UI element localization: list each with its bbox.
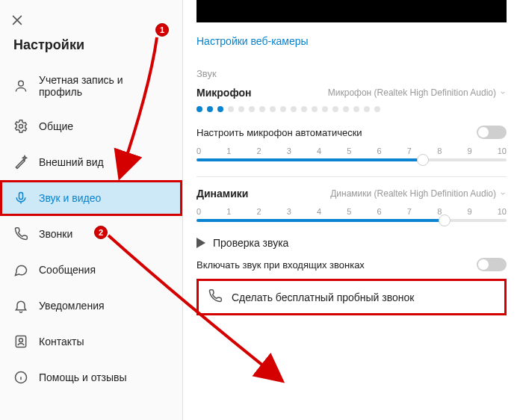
microphone-auto-toggle[interactable] (477, 126, 507, 139)
annotation-marker-2: 2 (94, 226, 108, 239)
close-icon[interactable] (6, 9, 28, 31)
webcam-settings-link[interactable]: Настройки веб-камеры (196, 35, 309, 47)
person-icon (13, 78, 28, 93)
speakers-slider[interactable]: 012345678910 (196, 207, 507, 222)
sidebar-item-audio-video[interactable]: Звук и видео (0, 180, 182, 216)
sidebar-item-label: Звонки (39, 228, 72, 240)
test-call-label: Сделать бесплатный пробный звонок (232, 291, 414, 303)
microphone-level-meter (196, 106, 507, 112)
sidebar-item-label: Общие (39, 120, 73, 132)
speakers-title: Динамики (196, 188, 248, 200)
settings-sidebar: Настройки Учетная запись и профиль Общие… (0, 0, 183, 420)
settings-main: Настройки веб-камеры Звук Микрофон Микро… (183, 0, 520, 420)
sidebar-item-help[interactable]: Помощь и отзывы (0, 359, 182, 395)
sidebar-item-label: Учетная запись и профиль (39, 74, 169, 98)
info-icon (13, 370, 28, 385)
speakers-device-select[interactable]: Динамики (Realtek High Definition Audio) (330, 188, 507, 199)
play-icon (196, 238, 205, 248)
test-sound-button[interactable]: Проверка звука (196, 237, 507, 249)
sidebar-item-calling[interactable]: Звонки (0, 216, 182, 252)
microphone-slider[interactable]: 012345678910 (196, 146, 507, 161)
microphone-device-select[interactable]: Микрофон (Realtek High Definition Audio) (328, 87, 507, 98)
contacts-icon (13, 334, 28, 349)
sidebar-item-notifications[interactable]: Уведомления (0, 288, 182, 324)
phone-icon (13, 226, 28, 241)
svg-rect-2 (19, 193, 23, 200)
chevron-down-icon (499, 190, 507, 197)
sidebar-item-label: Сообщения (39, 264, 96, 276)
test-sound-label: Проверка звука (213, 237, 288, 249)
sidebar-item-account[interactable]: Учетная запись и профиль (0, 64, 182, 108)
microphone-title: Микрофон (196, 87, 251, 99)
svg-point-0 (19, 81, 24, 86)
svg-rect-3 (16, 336, 25, 348)
sidebar-item-label: Помощь и отзывы (39, 371, 127, 383)
webcam-preview (196, 0, 507, 22)
phone-icon (208, 288, 223, 306)
sound-section-label: Звук (196, 68, 507, 79)
chat-icon (13, 262, 28, 277)
gear-icon (13, 119, 28, 134)
microphone-auto-label: Настроить микрофон автоматически (196, 127, 362, 138)
settings-title: Настройки (0, 31, 182, 64)
microphone-device-label: Микрофон (Realtek High Definition Audio) (328, 87, 496, 98)
sidebar-item-messaging[interactable]: Сообщения (0, 252, 182, 288)
bell-icon (13, 298, 28, 313)
divider (196, 176, 507, 177)
ring-on-call-toggle[interactable] (477, 258, 507, 271)
sidebar-item-label: Звук и видео (39, 192, 101, 204)
speakers-device-label: Динамики (Realtek High Definition Audio) (330, 188, 496, 199)
sidebar-item-contacts[interactable]: Контакты (0, 324, 182, 359)
annotation-marker-1: 1 (155, 23, 169, 37)
sidebar-item-label: Уведомления (39, 300, 105, 312)
svg-point-1 (19, 125, 23, 129)
settings-nav: Учетная запись и профиль Общие Внешний в… (0, 64, 182, 395)
sidebar-item-appearance[interactable]: Внешний вид (0, 144, 182, 180)
sidebar-item-label: Внешний вид (39, 156, 104, 168)
sidebar-item-general[interactable]: Общие (0, 108, 182, 144)
test-call-button[interactable]: Сделать бесплатный пробный звонок (196, 279, 507, 315)
svg-point-4 (19, 339, 23, 342)
wand-icon (13, 155, 28, 170)
chevron-down-icon (499, 89, 507, 96)
sidebar-item-label: Контакты (39, 336, 84, 348)
ring-on-call-label: Включать звук при входящих звонках (196, 259, 365, 271)
microphone-icon (13, 191, 28, 206)
